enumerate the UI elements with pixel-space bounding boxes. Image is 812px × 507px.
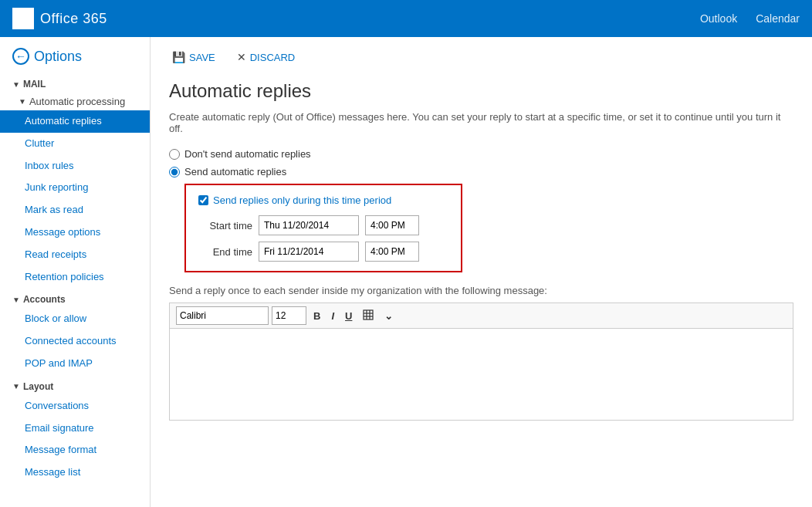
radio-dont-send-input[interactable] — [169, 149, 180, 160]
sidebar-scroll: ▼ MAIL ▼ Automatic processing Automatic … — [0, 73, 150, 487]
sidebar-item-retention-policies[interactable]: Retention policies — [0, 266, 150, 289]
sidebar-options-header: ← Options — [0, 37, 150, 73]
inside-org-label: Send a reply once to each sender inside … — [169, 285, 793, 296]
save-label: SAVE — [189, 52, 215, 63]
main-content: 💾 SAVE ✕ DISCARD Automatic replies Creat… — [151, 37, 812, 507]
sidebar-group-accounts[interactable]: ▼ Accounts — [0, 291, 150, 308]
start-date-select[interactable]: Thu 11/20/2014 — [259, 215, 359, 235]
time-period-checkbox[interactable] — [198, 195, 208, 205]
office-icon: O — [12, 8, 34, 29]
time-period-box: Send replies only during this time perio… — [184, 184, 462, 272]
save-icon: 💾 — [172, 51, 185, 63]
font-size-select[interactable]: 12 — [272, 306, 306, 325]
save-button[interactable]: 💾 SAVE — [169, 49, 218, 65]
triangle-icon: ▼ — [12, 80, 20, 89]
more-button[interactable]: ⌄ — [381, 309, 397, 323]
start-time-label: Start time — [198, 220, 252, 232]
nav-outlook[interactable]: Outlook — [700, 12, 737, 25]
time-period-label: Send replies only during this time perio… — [213, 194, 391, 206]
sidebar-group-layout[interactable]: ▼ Layout — [0, 378, 150, 395]
description: Create automatic reply (Out of Office) m… — [169, 111, 793, 134]
page-title: Automatic replies — [169, 80, 793, 102]
triangle-icon-layout: ▼ — [12, 382, 20, 390]
sidebar-section-mail: ▼ MAIL ▼ Automatic processing Automatic … — [0, 73, 150, 487]
rte-area[interactable] — [169, 328, 793, 421]
sidebar-group-mail: ▼ MAIL — [0, 76, 150, 93]
topbar-nav: Outlook Calendar — [700, 12, 800, 25]
italic-button[interactable]: I — [327, 309, 338, 323]
discard-label: DISCARD — [250, 52, 296, 63]
sidebar-item-email-signature[interactable]: Email signature — [0, 417, 150, 440]
main-layout: ← Options ▼ MAIL ▼ Automatic processing … — [0, 37, 812, 507]
svg-text:O: O — [19, 14, 26, 25]
table-button[interactable] — [359, 308, 377, 324]
radio-send-label: Send automatic replies — [184, 166, 286, 177]
start-hour-select[interactable]: 4:00 PM — [365, 215, 419, 235]
topbar: O Office 365 Outlook Calendar — [0, 0, 812, 37]
sidebar: ← Options ▼ MAIL ▼ Automatic processing … — [0, 37, 151, 507]
topbar-logo-text: Office 365 — [40, 11, 107, 27]
sidebar-item-message-list[interactable]: Message list — [0, 461, 150, 484]
rte-toolbar: Calibri 12 B I U ⌄ — [169, 303, 793, 328]
end-time-label: End time — [198, 246, 252, 258]
underline-button[interactable]: U — [341, 309, 356, 323]
checkbox-time-period[interactable]: Send replies only during this time perio… — [198, 194, 448, 206]
sidebar-item-message-format[interactable]: Message format — [0, 439, 150, 461]
svg-rect-2 — [364, 310, 373, 319]
radio-dont-send[interactable]: Don't send automatic replies — [169, 148, 793, 160]
bold-button[interactable]: B — [310, 309, 324, 323]
rich-text-editor: Calibri 12 B I U ⌄ — [169, 303, 793, 421]
sidebar-item-automatic-replies[interactable]: Automatic replies — [0, 110, 150, 133]
discard-icon: ✕ — [237, 51, 246, 63]
radio-dont-send-label: Don't send automatic replies — [184, 148, 311, 160]
end-time-row: End time Fri 11/21/2014 4:00 PM — [198, 242, 448, 262]
back-icon[interactable]: ← — [12, 48, 29, 65]
end-hour-select[interactable]: 4:00 PM — [365, 242, 419, 262]
sidebar-item-read-receipts[interactable]: Read receipts — [0, 244, 150, 266]
sidebar-item-message-options[interactable]: Message options — [0, 221, 150, 244]
topbar-logo: O Office 365 — [12, 8, 700, 29]
sidebar-item-junk-reporting[interactable]: Junk reporting — [0, 177, 150, 199]
sidebar-item-clutter[interactable]: Clutter — [0, 133, 150, 155]
font-select[interactable]: Calibri — [176, 306, 269, 325]
triangle-icon-acc: ▼ — [12, 296, 20, 304]
triangle-icon-ap: ▼ — [19, 97, 26, 106]
radio-send[interactable]: Send automatic replies — [169, 166, 793, 177]
sidebar-item-block-or-allow[interactable]: Block or allow — [0, 308, 150, 330]
sidebar-item-connected-accounts[interactable]: Connected accounts — [0, 330, 150, 353]
start-time-row: Start time Thu 11/20/2014 4:00 PM — [198, 215, 448, 235]
options-label: Options — [34, 49, 82, 65]
sidebar-item-mark-as-read[interactable]: Mark as read — [0, 199, 150, 221]
sidebar-item-inbox-rules[interactable]: Inbox rules — [0, 155, 150, 177]
sidebar-item-conversations[interactable]: Conversations — [0, 395, 150, 417]
sidebar-group-automatic-processing[interactable]: ▼ Automatic processing — [0, 93, 150, 110]
sidebar-item-pop-imap[interactable]: POP and IMAP — [0, 353, 150, 375]
discard-button[interactable]: ✕ DISCARD — [234, 49, 299, 65]
nav-calendar[interactable]: Calendar — [756, 12, 800, 25]
end-date-select[interactable]: Fri 11/21/2014 — [259, 242, 359, 262]
toolbar: 💾 SAVE ✕ DISCARD — [169, 49, 793, 65]
radio-send-input[interactable] — [169, 167, 180, 177]
